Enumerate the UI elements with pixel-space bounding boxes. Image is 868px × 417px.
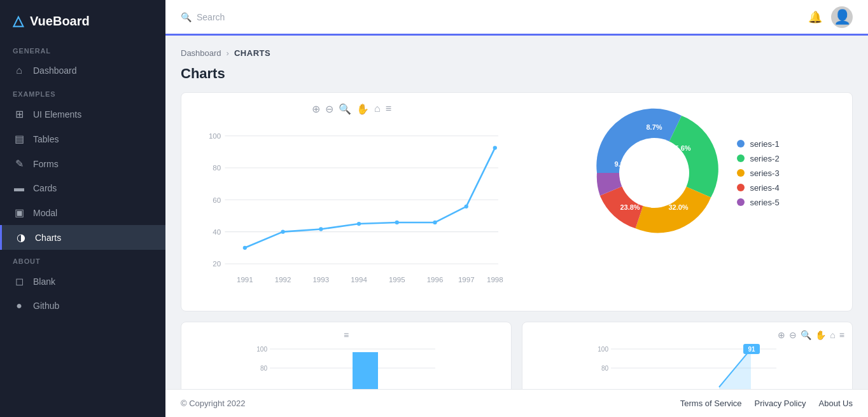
search-bar[interactable]: 🔍 Search [181,12,225,22]
svg-text:20: 20 [213,260,221,268]
legend-item-series1: series-1 [737,139,779,149]
section-label-about: About [0,250,165,269]
bottom-left-chart-controls: ≡ [189,330,503,340]
svg-text:1996: 1996 [427,276,444,284]
svg-text:1995: 1995 [389,276,405,284]
svg-text:1992: 1992 [275,276,291,284]
sidebar-item-dashboard[interactable]: ⌂ Dashboard [0,58,165,83]
zoom-in-icon[interactable]: ⊕ [312,103,320,115]
breadcrumb-separator: › [227,48,229,58]
sidebar-item-github[interactable]: ● Github [0,294,165,318]
svg-text:100: 100 [598,346,608,353]
sidebar-item-label: Github [33,301,59,311]
hamburger-icon[interactable]: ≡ [344,330,349,340]
app-name: VueBoard [30,14,90,29]
legend-item-series4: series-4 [737,183,779,193]
blank-icon: ◻ [13,275,25,287]
charts-row: ⊕ ⊖ 🔍 ✋ ⌂ ≡ 1 [192,103,842,301]
svg-text:1998: 1998 [487,276,503,284]
bottom-right-chart-svg: 100 80 91 [530,343,844,389]
sidebar-section-general: GENERAL ⌂ Dashboard [0,39,165,83]
magnify-icon-2[interactable]: 🔍 [801,330,811,340]
svg-point-20 [319,227,323,231]
svg-point-19 [281,229,284,233]
section-label-examples: Examples [0,83,165,102]
search-placeholder: Search [197,12,225,22]
footer-links: Terms of Service Privacy Policy About Us [680,399,853,408]
svg-text:25.6%: 25.6% [671,144,691,152]
menu-icon[interactable]: ≡ [386,103,391,115]
svg-rect-36 [353,352,378,389]
legend-label-series3: series-3 [750,168,779,178]
legend-label-series1: series-1 [750,139,779,149]
svg-marker-41 [719,349,751,389]
legend-dot-series2 [737,154,745,162]
header: 🔍 Search 🔔 👤 [165,0,868,36]
svg-text:1993: 1993 [312,276,329,284]
search-icon: 🔍 [181,12,192,22]
svg-point-22 [395,221,399,224]
bell-icon[interactable]: 🔔 [808,10,822,24]
sidebar-item-label: UI Elements [33,109,81,120]
svg-point-25 [493,146,497,149]
svg-text:1991: 1991 [237,276,253,284]
home-reset-icon-2[interactable]: ⌂ [830,330,835,340]
magnify-icon[interactable]: 🔍 [339,103,351,115]
cards-icon: ▬ [13,182,25,194]
sidebar-item-ui-elements[interactable]: ⊞ UI Elements [0,102,165,126]
avatar[interactable]: 👤 [831,6,853,28]
privacy-link[interactable]: Privacy Policy [755,399,806,408]
zoom-in-icon-2[interactable]: ⊕ [778,330,785,340]
svg-point-21 [357,222,361,226]
menu-icon-2[interactable]: ≡ [839,330,844,340]
chart-icon: ◑ [15,231,27,243]
home-icon: ⌂ [13,65,25,76]
svg-text:100: 100 [256,346,267,353]
sidebar-item-blank[interactable]: ◻ Blank [0,269,165,294]
pan-icon-2[interactable]: ✋ [815,330,826,340]
zoom-out-icon-2[interactable]: ⊖ [789,330,797,340]
donut-legend: series-1 series-2 series-3 series-4 [737,139,779,207]
zoom-out-icon[interactable]: ⊖ [325,103,333,115]
main-chart-card: ⊕ ⊖ 🔍 ✋ ⌂ ≡ 1 [181,92,853,311]
sidebar-item-forms[interactable]: ✎ Forms [0,151,165,176]
svg-text:60: 60 [213,196,221,204]
svg-text:40: 40 [213,228,221,236]
svg-point-24 [465,205,468,208]
breadcrumb: Dashboard › CHARTS [181,48,853,58]
svg-text:1994: 1994 [351,276,367,284]
grid-icon: ⊞ [13,108,25,120]
sidebar: △ VueBoard GENERAL ⌂ Dashboard Examples … [0,0,165,417]
sidebar-section-examples: Examples ⊞ UI Elements ▤ Tables ✎ Forms … [0,83,165,250]
sidebar-item-modal[interactable]: ▣ Modal [0,200,165,225]
legend-item-series3: series-3 [737,168,779,178]
table-icon: ▤ [13,133,25,145]
section-label-general: GENERAL [0,39,165,58]
svg-text:8.7%: 8.7% [647,123,662,131]
home-reset-icon[interactable]: ⌂ [374,103,381,115]
sidebar-item-label: Charts [35,233,61,243]
legend-label-series4: series-4 [750,183,779,193]
sidebar-item-cards[interactable]: ▬ Cards [0,176,165,200]
sidebar-item-label: Modal [33,208,57,218]
donut-chart-container: 25.6% 32.0% 23.8% 9.9% 8.7% series-1 [522,103,842,243]
svg-text:80: 80 [213,164,221,172]
breadcrumb-current: CHARTS [234,48,270,58]
legend-label-series5: series-5 [750,198,779,207]
sidebar-item-label: Tables [33,134,59,144]
sidebar-item-tables[interactable]: ▤ Tables [0,126,165,151]
legend-dot-series5 [737,198,745,206]
breadcrumb-parent[interactable]: Dashboard [181,48,221,58]
donut-chart-svg: 25.6% 32.0% 23.8% 9.9% 8.7% [584,103,724,243]
about-link[interactable]: About Us [819,399,853,408]
sidebar-section-about: About ◻ Blank ● Github [0,250,165,318]
footer: © Copyright 2022 Terms of Service Privac… [165,389,868,417]
legend-dot-series1 [737,140,745,147]
pan-icon[interactable]: ✋ [356,103,369,115]
legend-item-series5: series-5 [737,198,779,207]
svg-point-23 [433,221,437,224]
sidebar-item-label: Blank [33,277,55,287]
sidebar-item-charts[interactable]: ◑ Charts [0,225,165,250]
svg-point-18 [243,246,247,250]
terms-link[interactable]: Terms of Service [680,399,742,408]
